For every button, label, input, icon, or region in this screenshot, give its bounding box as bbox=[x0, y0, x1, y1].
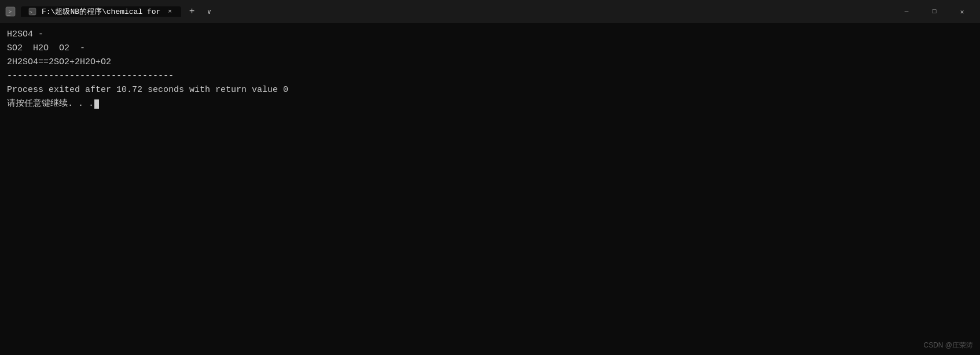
active-tab[interactable]: >_ F:\超级NB的程序\chemical for × bbox=[21, 6, 181, 17]
output-line-2: SO2 H2O O2 - bbox=[7, 42, 973, 56]
tab-label: F:\超级NB的程序\chemical for bbox=[42, 6, 160, 17]
prompt-line: 请按任意键继续. . . bbox=[7, 99, 94, 109]
output-line-4: -------------------------------- bbox=[7, 69, 973, 83]
tab-icon: >_ bbox=[28, 7, 37, 16]
title-bar: _ > >_ F:\超级NB的程序\chemical for × + ∨ — □… bbox=[0, 0, 980, 23]
maximize-button[interactable]: □ bbox=[921, 2, 948, 21]
output-line-1: H2SO4 - bbox=[7, 28, 973, 42]
close-button[interactable]: ✕ bbox=[949, 2, 975, 21]
tab-dropdown-button[interactable]: ∨ bbox=[201, 3, 217, 20]
output-line-6: 请按任意键继续. . . bbox=[7, 97, 973, 111]
window-controls: — □ ✕ bbox=[893, 2, 975, 21]
svg-text:>: > bbox=[9, 9, 12, 14]
output-line-3: 2H2SO4==2SO2+2H2O+O2 bbox=[7, 56, 973, 69]
tab-container: >_ F:\超级NB的程序\chemical for × + ∨ bbox=[21, 3, 217, 20]
tab-close-button[interactable]: × bbox=[165, 7, 174, 16]
title-bar-left: _ > >_ F:\超级NB的程序\chemical for × + ∨ bbox=[5, 3, 893, 20]
terminal-app-icon: _ > bbox=[5, 6, 16, 17]
new-tab-button[interactable]: + bbox=[183, 3, 200, 20]
terminal-output: H2SO4 - SO2 H2O O2 - 2H2SO4==2SO2+2H2O+O… bbox=[0, 23, 980, 355]
minimize-button[interactable]: — bbox=[893, 2, 920, 21]
cursor bbox=[94, 99, 99, 109]
watermark: CSDN @庄荣涛 bbox=[923, 341, 973, 350]
svg-text:>_: >_ bbox=[30, 10, 35, 15]
output-line-5: Process exited after 10.72 seconds with … bbox=[7, 83, 973, 97]
